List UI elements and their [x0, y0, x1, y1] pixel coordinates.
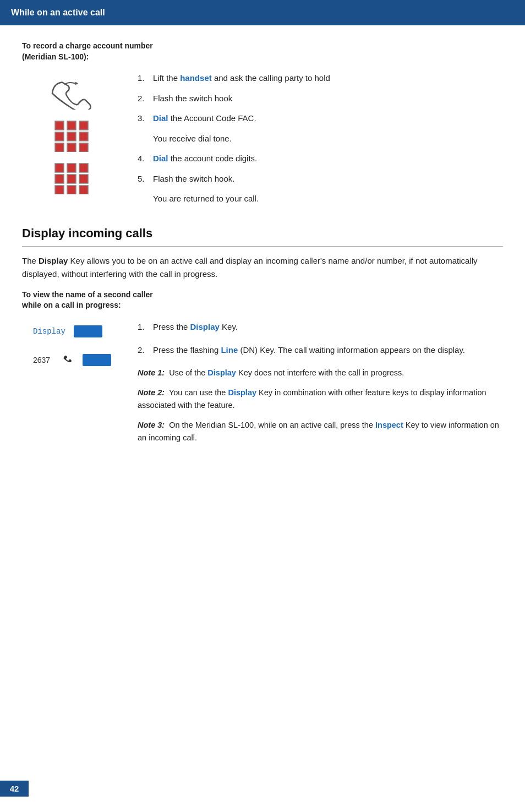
- page-number: 42: [0, 781, 29, 797]
- charge-account-subtitle: To record a charge account number(Meridi…: [22, 41, 503, 62]
- highlight-display-note1: Display: [207, 368, 236, 377]
- step-3-sub: You receive dial tone.: [153, 133, 503, 145]
- step-1: 1. Lift the handset and ask the calling …: [138, 72, 503, 85]
- svg-rect-16: [55, 186, 64, 194]
- charge-account-section: To record a charge account number(Meridi…: [22, 41, 503, 213]
- section-divider: [22, 246, 503, 247]
- highlight-line: Line: [221, 345, 238, 355]
- svg-rect-2: [67, 121, 76, 130]
- svg-rect-7: [55, 143, 64, 152]
- step-3: 3. Dial the Account Code FAC.: [138, 112, 503, 125]
- highlight-dial-2: Dial: [153, 154, 168, 163]
- display-steps: 1. Press the Display Key. 2. Press the f…: [138, 321, 503, 451]
- display-key-blue-rect: [74, 325, 102, 337]
- display-step-2: 2. Press the flashing Line (DN) Key. The…: [138, 344, 503, 357]
- svg-rect-13: [55, 175, 64, 183]
- footer: 42: [0, 781, 29, 797]
- header-title: While on an active call: [11, 8, 105, 17]
- highlight-dial-1: Dial: [153, 113, 168, 123]
- svg-rect-14: [67, 175, 76, 183]
- highlight-inspect: Inspect: [375, 421, 403, 429]
- step-5-sub: You are returned to your call.: [153, 193, 503, 205]
- display-instruction-row: Display 2637 1.: [22, 321, 503, 451]
- step-2: 2. Flash the switch hook: [138, 92, 503, 105]
- step-5: 5. Flash the switch hook.: [138, 173, 503, 186]
- display-section: Display incoming calls The Display Key a…: [22, 226, 503, 452]
- svg-marker-0: [75, 82, 78, 85]
- keypad-icon-1: [53, 119, 90, 154]
- phone-icon-small: [63, 355, 75, 365]
- svg-rect-1: [55, 121, 64, 130]
- notes-container: Note 1: Use of the Display Key does not …: [138, 367, 503, 444]
- display-subtitle: To view the name of a second callerwhile…: [22, 290, 503, 311]
- svg-rect-8: [67, 143, 76, 152]
- handset-icon: [47, 77, 96, 111]
- display-key-label: Display: [33, 327, 66, 336]
- display-intro: The Display Key allows you to be on an a…: [22, 254, 503, 281]
- svg-rect-3: [79, 121, 88, 130]
- svg-rect-5: [67, 132, 76, 141]
- display-icons: Display 2637: [22, 321, 121, 366]
- note-3: Note 3: On the Meridian SL-100, while on…: [138, 419, 503, 444]
- svg-rect-12: [79, 164, 88, 172]
- svg-rect-10: [55, 164, 64, 172]
- display-section-title: Display incoming calls: [22, 226, 503, 241]
- note-2: Note 2: You can use the Display Key in c…: [138, 386, 503, 411]
- charge-account-icons: [22, 72, 121, 196]
- phone-number-row: 2637: [33, 354, 111, 366]
- phone-blue-rect: [83, 354, 111, 366]
- svg-rect-9: [79, 143, 88, 152]
- header-bar: While on an active call: [0, 0, 525, 25]
- charge-account-steps: 1. Lift the handset and ask the calling …: [138, 72, 503, 213]
- svg-rect-11: [67, 164, 76, 172]
- display-step-1: 1. Press the Display Key.: [138, 321, 503, 334]
- phone-number-label: 2637: [33, 356, 55, 364]
- highlight-display-1: Display: [190, 322, 220, 331]
- highlight-handset: handset: [180, 73, 212, 83]
- display-key-row: Display: [33, 325, 102, 337]
- svg-rect-6: [79, 132, 88, 141]
- svg-rect-18: [79, 186, 88, 194]
- main-content: To record a charge account number(Meridi…: [0, 25, 525, 487]
- svg-rect-4: [55, 132, 64, 141]
- note-1: Note 1: Use of the Display Key does not …: [138, 367, 503, 379]
- svg-rect-15: [79, 175, 88, 183]
- charge-account-row: 1. Lift the handset and ask the calling …: [22, 72, 503, 213]
- step-4: 4. Dial the account code digits.: [138, 152, 503, 165]
- highlight-display-note2: Display: [228, 388, 256, 397]
- svg-rect-17: [67, 186, 76, 194]
- keypad-icon-2: [53, 161, 90, 196]
